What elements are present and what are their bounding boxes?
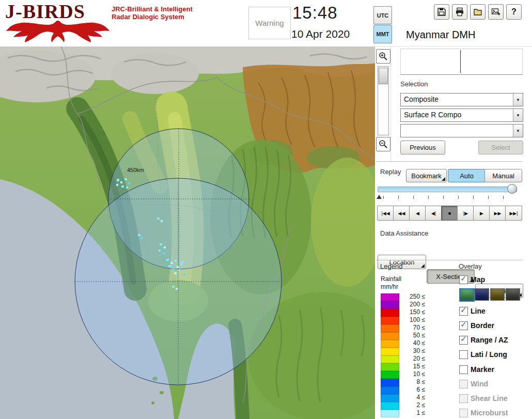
overlay-item-label: Border <box>471 321 494 330</box>
legend-value: 100 ≤ <box>400 316 425 323</box>
border-checkbox[interactable] <box>459 321 468 330</box>
legend-color-swatch <box>381 332 399 340</box>
chevron-down-icon[interactable] <box>513 94 523 106</box>
zoom-in-icon <box>379 52 388 61</box>
product-option-combobox[interactable] <box>400 124 523 137</box>
legend-value: 150 ≤ <box>400 308 425 316</box>
legend-row: 10 ≤ <box>381 370 453 378</box>
timeline-start-marker <box>377 195 382 199</box>
help-button[interactable]: ? <box>506 4 522 20</box>
control-panel: Selection Composite Surface R Compo Prev… <box>375 46 532 419</box>
legend-color-swatch <box>381 379 399 386</box>
legend-row: 70 ≤ <box>381 324 453 332</box>
export-image-button[interactable] <box>488 4 504 20</box>
previous-button[interactable]: Previous <box>400 141 445 154</box>
legend-row: 6 ≤ <box>381 386 453 394</box>
legend-row: 15 ≤ <box>381 363 453 370</box>
overlay-item-label: Map <box>471 275 485 284</box>
playback-stop-button[interactable]: ■ <box>441 206 458 221</box>
map-style-gray-swatch[interactable] <box>506 288 520 301</box>
save-button[interactable] <box>434 4 449 20</box>
timezone-mmt-button[interactable]: MMT <box>373 25 392 43</box>
lati-long-checkbox[interactable] <box>459 350 468 359</box>
legend-value: 2 ≤ <box>400 401 425 409</box>
map-style-terrain-swatch[interactable] <box>459 288 475 302</box>
timezone-utc-button[interactable]: UTC <box>373 6 392 24</box>
playback-skip-start-button[interactable]: |◀◀ <box>377 206 394 221</box>
legend-color-swatch <box>381 386 399 394</box>
map-checkbox[interactable] <box>459 275 468 284</box>
overlay-item-label: Shear Line <box>471 394 508 402</box>
playback-reverse-button[interactable]: ◀ <box>409 206 426 221</box>
message-input-area[interactable] <box>400 49 523 75</box>
warning-status-box: Warning <box>248 7 291 39</box>
map-style-dark-blue-swatch[interactable] <box>475 288 489 301</box>
microburst-checkbox <box>459 409 468 417</box>
eagle-logo-icon <box>6 20 109 43</box>
chevron-down-icon[interactable] <box>513 125 523 137</box>
open-folder-button[interactable] <box>470 4 486 20</box>
bookmark-button[interactable]: Bookmark <box>406 169 447 182</box>
help-icon: ? <box>511 7 517 17</box>
playback-skip-end-button[interactable]: ▶▶| <box>505 206 522 221</box>
overlay-section-label: Overlay <box>459 262 482 270</box>
legend-value: 6 ≤ <box>400 386 425 393</box>
playback-step-forward-button[interactable]: |▶ <box>457 206 474 221</box>
replay-section-label: Replay <box>380 168 401 176</box>
legend-row: 100 ≤ <box>381 316 453 324</box>
legend-value: 8 ≤ <box>400 378 425 385</box>
export-image-icon <box>491 7 500 17</box>
replay-auto-button[interactable]: Auto <box>448 169 486 182</box>
playback-play-button[interactable]: ▶ <box>473 206 490 221</box>
map-style-olive-swatch[interactable] <box>490 288 505 301</box>
legend-color-swatch <box>381 340 399 348</box>
legend-row: 250 ≤ <box>381 293 453 301</box>
legend-color-swatch <box>381 355 399 363</box>
legend-color-swatch <box>381 317 399 324</box>
legend-value: 70 ≤ <box>400 324 425 331</box>
legend-color-swatch <box>381 371 399 379</box>
header: J-BIRDS JRC-Brilliant & Intelligent Rada… <box>0 0 532 46</box>
overlay-item-label: Marker <box>471 365 494 374</box>
legend-value: 1 ≤ <box>400 409 425 416</box>
product-group-combobox[interactable]: Composite <box>400 93 523 106</box>
section-divider <box>376 161 523 163</box>
replay-manual-button[interactable]: Manual <box>484 169 522 182</box>
range-az-checkbox[interactable] <box>459 336 468 345</box>
map-zoom-scrollbar-thumb[interactable] <box>379 68 388 84</box>
playback-step-back-button[interactable]: ◀| <box>425 206 442 221</box>
product-combobox[interactable]: Surface R Compo <box>400 108 523 122</box>
legend-row: 50 ≤ <box>381 332 453 339</box>
print-icon <box>455 7 464 17</box>
radar-map[interactable]: 450km <box>0 46 375 419</box>
legend-color-swatch <box>381 348 399 355</box>
product-group-value: Composite <box>401 94 523 105</box>
zoom-in-button[interactable] <box>376 49 390 64</box>
radar-map-canvas[interactable]: 450km <box>0 46 375 419</box>
replay-timeline-thumb[interactable] <box>507 184 517 194</box>
app-logo-subtitle-line1: JRC-Brilliant & Intelligent <box>112 5 193 13</box>
playback-fast-rewind-button[interactable]: ◀◀ <box>393 206 410 221</box>
clock-date: 10 Apr 2020 <box>291 28 350 40</box>
legend-row: 150 ≤ <box>381 308 453 316</box>
legend-row: 30 ≤ <box>381 347 453 355</box>
overlay-item-label: Range / AZ <box>471 336 508 344</box>
chevron-down-icon[interactable] <box>513 109 523 121</box>
legend-color-swatch <box>381 293 399 301</box>
print-button[interactable] <box>452 4 467 20</box>
map-zoom-scrollbar[interactable] <box>378 66 389 135</box>
zoom-out-button[interactable] <box>376 137 390 151</box>
legend-color-swatch <box>381 410 399 417</box>
line-checkbox[interactable] <box>459 307 468 316</box>
select-button[interactable]: Select <box>478 141 523 154</box>
legend-quantity-label: Rainfall <box>381 275 401 283</box>
data-assistance-section-label: Data Assistance <box>380 229 428 237</box>
shear-line-checkbox <box>459 394 468 403</box>
legend-color-swatch <box>381 324 399 332</box>
playback-fast-forward-button[interactable]: ▶▶ <box>489 206 506 221</box>
selection-section-label: Selection <box>400 80 428 88</box>
replay-timeline-slider[interactable] <box>378 187 517 192</box>
legend-value: 30 ≤ <box>400 347 425 354</box>
marker-checkbox[interactable] <box>459 365 468 374</box>
legend-section-label: Legend <box>380 262 402 270</box>
